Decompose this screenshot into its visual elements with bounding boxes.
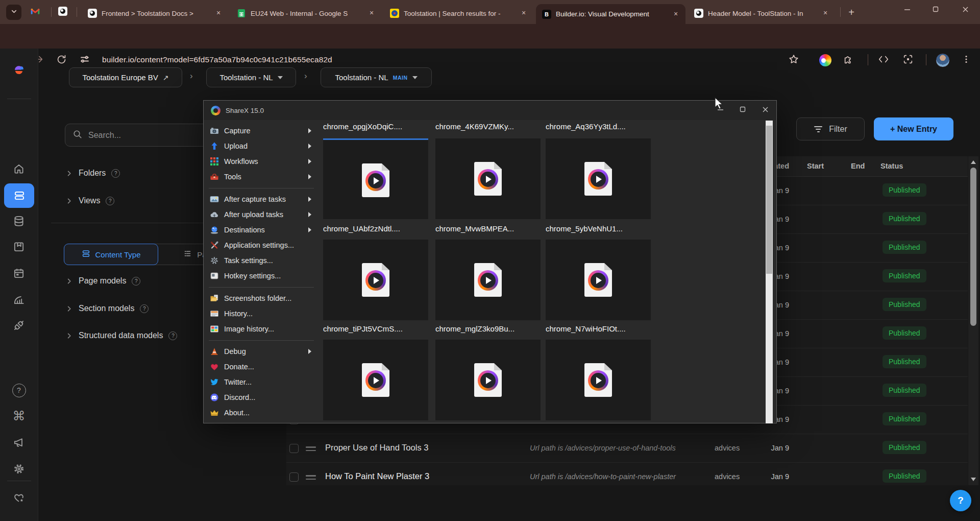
- filter-button[interactable]: Filter: [796, 117, 865, 140]
- url-address[interactable]: builder.io/content?model=6fd57a50a7b94c0…: [102, 55, 332, 64]
- help-info-icon[interactable]: ?: [111, 169, 120, 178]
- section-section-models[interactable]: Section models ?: [65, 304, 149, 313]
- sharex-maximize-button[interactable]: [731, 101, 754, 120]
- search-input[interactable]: Search...: [65, 124, 209, 147]
- scroll-down-icon[interactable]: [971, 478, 976, 481]
- help-info-icon[interactable]: ?: [132, 277, 140, 286]
- scrollbar-thumb[interactable]: [970, 168, 976, 326]
- row-checkbox[interactable]: [289, 444, 299, 453]
- colorwheel-extension-button[interactable]: [818, 53, 833, 68]
- sidebar-item-insights[interactable]: [9, 289, 29, 310]
- folders-toggle[interactable]: Folders ?: [65, 169, 120, 178]
- table-row[interactable]: Proper Use of Hand Tools 3Url path is /a…: [286, 434, 968, 463]
- menu-item[interactable]: Tools: [204, 169, 318, 184]
- thumbnail-item[interactable]: [435, 340, 541, 420]
- reload-button[interactable]: [52, 51, 70, 69]
- sharex-scrollbar[interactable]: [766, 121, 773, 423]
- menu-item[interactable]: Hotkey settings...: [204, 268, 318, 283]
- breadcrumb-space-button[interactable]: Toolstation - NL: [206, 67, 296, 87]
- scrollbar-thumb[interactable]: [766, 126, 772, 274]
- sidebar-item-data[interactable]: [9, 211, 29, 231]
- sidebar-item-shortcuts[interactable]: ⌘: [9, 406, 29, 426]
- menu-item[interactable]: Screenshots folder...: [204, 291, 318, 306]
- menu-item[interactable]: About...: [204, 405, 318, 420]
- thumbnail-item[interactable]: [323, 340, 428, 420]
- section-page-models[interactable]: Page models ?: [65, 276, 140, 286]
- sidebar-item-calendar[interactable]: [9, 263, 29, 283]
- sidebar-item-home[interactable]: [9, 158, 29, 179]
- menu-item[interactable]: Application settings...: [204, 238, 318, 253]
- breadcrumb-org-button[interactable]: Toolstation Europe BV ↗: [69, 67, 182, 87]
- sidebar-item-settings[interactable]: [9, 459, 29, 479]
- tab-close-button[interactable]: ×: [214, 9, 223, 18]
- screen-capture-button[interactable]: [900, 53, 916, 68]
- menu-item[interactable]: Debug: [204, 344, 318, 359]
- bookmark-button[interactable]: [786, 53, 801, 68]
- help-fab-button[interactable]: ?: [950, 490, 971, 511]
- thumbnail-item[interactable]: [323, 240, 428, 320]
- row-checkbox[interactable]: [289, 472, 299, 482]
- thumbnail-item[interactable]: [435, 240, 541, 320]
- sharex-close-button[interactable]: [754, 101, 776, 120]
- profile-button[interactable]: [935, 53, 950, 68]
- site-info-button[interactable]: [76, 51, 94, 69]
- thumbnail-item[interactable]: [323, 138, 428, 219]
- sidebar-item-integrations[interactable]: [9, 315, 29, 336]
- menu-item[interactable]: History...: [204, 306, 318, 321]
- browser-tab[interactable]: EU24 Web - Internal - Google S×: [231, 5, 381, 22]
- table-scrollbar[interactable]: [968, 156, 978, 485]
- sidebar-item-announcements[interactable]: [9, 432, 29, 453]
- views-toggle[interactable]: Views ?: [65, 196, 114, 205]
- pinned-tab-docs[interactable]: [57, 7, 68, 18]
- help-info-icon[interactable]: ?: [168, 331, 177, 340]
- thumbnail-item[interactable]: [546, 340, 651, 420]
- pinned-tab-gmail[interactable]: [30, 7, 41, 18]
- browser-menu-button[interactable]: [959, 53, 974, 68]
- menu-item[interactable]: Donate...: [204, 359, 318, 374]
- devtools-button[interactable]: [876, 53, 891, 68]
- menu-item[interactable]: Twitter...: [204, 374, 318, 390]
- table-row[interactable]: How To Paint New Plaster 3Url path is /a…: [286, 463, 968, 485]
- drag-handle-icon[interactable]: [306, 446, 316, 453]
- help-info-icon[interactable]: ?: [106, 197, 114, 205]
- new-entry-button[interactable]: + New Entry: [874, 117, 953, 140]
- breadcrumb-model-button[interactable]: Toolstation - NL MAIN: [321, 67, 432, 87]
- window-minimize-button[interactable]: [895, 0, 919, 20]
- menu-item[interactable]: Discord...: [204, 390, 318, 405]
- thumbnail-item[interactable]: [546, 240, 651, 320]
- sidebar-item-models[interactable]: [9, 236, 29, 257]
- browser-tab[interactable]: BBuilder.io: Visual Development×: [536, 4, 685, 24]
- menu-item[interactable]: Task settings...: [204, 253, 318, 268]
- sidebar-item-help[interactable]: ?: [9, 380, 29, 400]
- tab-search-button[interactable]: [6, 5, 21, 20]
- tab-close-button[interactable]: ×: [671, 10, 680, 19]
- browser-tab[interactable]: Frontend > Toolstation Docs >×: [82, 5, 228, 22]
- tab-content-type[interactable]: Content Type: [64, 244, 158, 265]
- builder-logo[interactable]: [9, 59, 29, 83]
- menu-item[interactable]: Image history...: [204, 321, 318, 337]
- menu-item[interactable]: After upload tasks: [204, 207, 318, 222]
- scroll-up-icon[interactable]: [971, 160, 976, 164]
- window-maximize-button[interactable]: [924, 0, 947, 20]
- drag-handle-icon[interactable]: [306, 475, 316, 482]
- tab-close-button[interactable]: ×: [821, 9, 830, 18]
- thumbnail-item[interactable]: [546, 138, 651, 219]
- thumbnail-item[interactable]: [435, 138, 541, 219]
- sidebar-item-content[interactable]: [4, 183, 34, 208]
- window-close-button[interactable]: [953, 0, 977, 20]
- menu-item[interactable]: After capture tasks: [204, 192, 318, 207]
- tab-close-button[interactable]: ×: [519, 9, 528, 18]
- header-status[interactable]: Status: [880, 162, 903, 170]
- menu-item[interactable]: Workflows: [204, 154, 318, 169]
- menu-item[interactable]: Upload: [204, 138, 318, 154]
- new-tab-button[interactable]: +: [844, 5, 859, 19]
- menu-item[interactable]: Capture: [204, 123, 318, 138]
- section-structured-data-models[interactable]: Structured data models ?: [65, 331, 177, 340]
- tab-close-button[interactable]: ×: [367, 9, 376, 18]
- sidebar-item-favorites[interactable]: [9, 488, 29, 508]
- header-end[interactable]: End: [851, 162, 865, 170]
- header-start[interactable]: Start: [807, 162, 824, 170]
- sharex-titlebar[interactable]: ShareX 15.0: [204, 101, 776, 120]
- browser-tab[interactable]: Header Model - ToolStation - In×: [688, 5, 835, 22]
- extensions-button[interactable]: [841, 53, 856, 68]
